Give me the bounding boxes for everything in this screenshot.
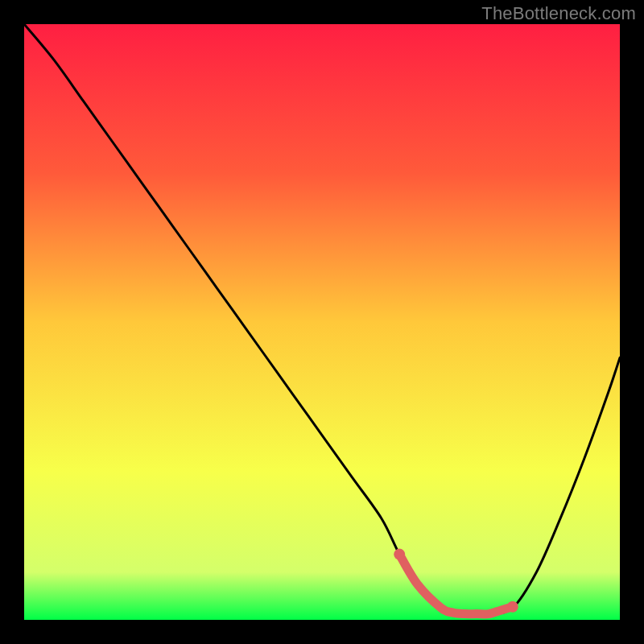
chart-plot [24, 24, 620, 620]
highlight-endpoint-0 [394, 549, 405, 560]
highlight-endpoint-1 [507, 601, 518, 613]
gradient-background [24, 24, 620, 620]
chart-frame: TheBottleneck.com [0, 0, 644, 644]
chart-svg [24, 24, 620, 620]
watermark-text: TheBottleneck.com [481, 3, 636, 24]
